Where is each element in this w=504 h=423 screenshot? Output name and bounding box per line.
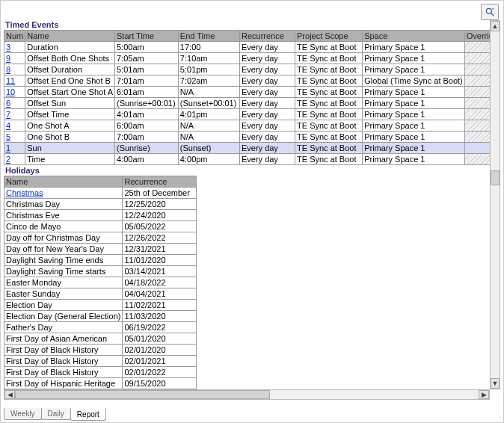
holiday-name-cell[interactable]: Daylight Saving Time starts bbox=[4, 266, 123, 277]
holiday-name-cell[interactable]: Christmas Day bbox=[4, 199, 123, 210]
table-row[interactable]: 3Duration5:00am17:00Every dayTE Sync at … bbox=[4, 42, 500, 53]
table-row[interactable]: 2Time4:00am4:00pmEvery dayTE Sync at Boo… bbox=[4, 154, 500, 165]
timed-events-recurrence-cell: Every day bbox=[239, 87, 295, 98]
table-row[interactable]: Day off for New Year's Day12/31/2021 bbox=[4, 244, 197, 255]
scroll-down-button[interactable]: ▼ bbox=[491, 378, 500, 389]
timed-events-num-cell[interactable]: 5 bbox=[4, 132, 25, 143]
timed-events-name-cell[interactable]: Offset Both One Shots bbox=[25, 53, 115, 64]
holiday-name-cell[interactable]: First Day of Asian American bbox=[4, 333, 123, 345]
holiday-name-cell[interactable]: Cinco de Mayo bbox=[4, 221, 123, 232]
holidays-table[interactable]: NameRecurrence Christmas25th of December… bbox=[4, 176, 197, 400]
table-row[interactable]: Easter Sunday04/04/2021 bbox=[4, 288, 197, 300]
timed-events-col-header[interactable]: Project Scope bbox=[295, 31, 363, 42]
timed-events-num-cell[interactable]: 3 bbox=[4, 42, 25, 53]
table-row[interactable]: 7Offset Time4:01am4:01pmEvery dayTE Sync… bbox=[4, 109, 500, 120]
hscroll-track[interactable] bbox=[15, 390, 479, 399]
timed-events-col-header[interactable]: Num bbox=[4, 31, 25, 42]
holiday-name-cell[interactable]: Day off for Christmas Day bbox=[4, 232, 123, 244]
timed-events-num-cell[interactable]: 2 bbox=[4, 154, 25, 165]
table-row[interactable]: 11Offset End One Shot B7:01am7:02amEvery… bbox=[4, 75, 500, 87]
table-row[interactable]: 9Offset Both One Shots7:05am7:10amEvery … bbox=[4, 53, 500, 64]
hscroll-thumb[interactable] bbox=[15, 390, 270, 399]
timed-events-num-cell[interactable]: 10 bbox=[4, 87, 25, 98]
timed-events-col-header[interactable]: Space bbox=[363, 31, 465, 42]
vscroll-thumb[interactable] bbox=[491, 170, 500, 185]
table-row[interactable]: Christmas25th of December bbox=[4, 188, 197, 199]
holidays-col-header[interactable]: Recurrence bbox=[123, 176, 197, 188]
timed-events-col-header[interactable]: Start Time bbox=[114, 31, 178, 42]
timed-events-name-cell[interactable]: Time bbox=[25, 154, 115, 165]
find-button[interactable] bbox=[481, 4, 499, 20]
table-row[interactable]: Easter Monday04/18/2022 bbox=[4, 277, 197, 288]
timed-events-col-header[interactable]: Recurrence bbox=[239, 31, 295, 42]
table-row[interactable]: Cinco de Mayo05/05/2022 bbox=[4, 221, 197, 232]
holiday-name-cell[interactable]: First Day of Black History bbox=[4, 345, 123, 356]
table-row[interactable]: Daylight Saving Time ends11/01/2020 bbox=[4, 255, 197, 266]
table-row[interactable]: 6Offset Sun(Sunrise+00:01)(Sunset+00:01)… bbox=[4, 98, 500, 109]
timed-events-name-cell[interactable]: One Shot A bbox=[25, 120, 115, 132]
timed-events-name-cell[interactable]: Sun bbox=[25, 143, 115, 154]
table-row[interactable]: Day off for Christmas Day12/26/2022 bbox=[4, 232, 197, 244]
timed-events-num-cell[interactable]: 4 bbox=[4, 120, 25, 132]
timed-events-name-cell[interactable]: Offset Sun bbox=[25, 98, 115, 109]
timed-events-name-cell[interactable]: Duration bbox=[25, 42, 115, 53]
tab-report[interactable]: Report bbox=[70, 408, 106, 421]
table-row[interactable]: 4One Shot A6:00amN/AEvery dayTE Sync at … bbox=[4, 120, 500, 132]
timed-events-table[interactable]: NumNameStart TimeEnd TimeRecurrenceProje… bbox=[4, 30, 500, 165]
holiday-name-cell[interactable]: Easter Sunday bbox=[4, 288, 123, 300]
holiday-name-cell[interactable]: First Day of Hispanic Heritage bbox=[4, 378, 123, 389]
timed-events-num-cell[interactable]: 7 bbox=[4, 109, 25, 120]
scroll-left-button[interactable]: ◀ bbox=[4, 390, 15, 399]
table-row[interactable]: Election Day11/02/2021 bbox=[4, 300, 197, 311]
holiday-name-cell[interactable]: Easter Monday bbox=[4, 277, 123, 288]
table-row[interactable]: 5One Shot B7:00amN/AEvery dayTE Sync at … bbox=[4, 132, 500, 143]
scroll-up-button[interactable]: ▲ bbox=[491, 21, 500, 31]
timed-events-num-cell[interactable]: 9 bbox=[4, 53, 25, 64]
timed-events-num-cell[interactable]: 6 bbox=[4, 98, 25, 109]
scroll-right-button[interactable]: ▶ bbox=[479, 390, 489, 399]
timed-events-scope-cell: TE Sync at Boot bbox=[295, 42, 363, 53]
holidays-col-header[interactable]: Name bbox=[4, 176, 123, 188]
table-row[interactable]: Christmas Day12/25/2020 bbox=[4, 199, 197, 210]
table-row[interactable]: First Day of Black History02/01/2020 bbox=[4, 345, 197, 356]
table-row[interactable]: 1Sun(Sunrise)(Sunset)Every dayTE Sync at… bbox=[4, 143, 500, 154]
holiday-name-cell[interactable]: Christmas Eve bbox=[4, 210, 123, 221]
timed-events-name-cell[interactable]: Offset Duration bbox=[25, 64, 115, 75]
holiday-name-cell[interactable]: Election Day (General Election) bbox=[4, 311, 123, 322]
timed-events-start-cell: 5:01am bbox=[114, 64, 178, 75]
table-row[interactable]: First Day of Black History02/01/2022 bbox=[4, 367, 197, 378]
timed-events-col-header[interactable]: Name bbox=[25, 31, 115, 42]
table-row[interactable]: 8Offset Duration5:01am5:01pmEvery dayTE … bbox=[4, 64, 500, 75]
holiday-name-cell[interactable]: First Day of Black History bbox=[4, 356, 123, 367]
timed-events-num-cell[interactable]: 1 bbox=[4, 143, 25, 154]
table-row[interactable]: First Day of Asian American05/01/2020 bbox=[4, 333, 197, 345]
timed-events-col-header[interactable]: End Time bbox=[178, 31, 239, 42]
table-row[interactable]: Christmas Eve12/24/2020 bbox=[4, 210, 197, 221]
vscroll-track[interactable] bbox=[491, 31, 500, 378]
table-row[interactable]: First Day of Black History02/01/2021 bbox=[4, 356, 197, 367]
holiday-name-cell[interactable]: Daylight Saving Time ends bbox=[4, 255, 123, 266]
timed-events-name-cell[interactable]: Offset Time bbox=[25, 109, 115, 120]
timed-events-name-cell[interactable]: Offset Start One Shot A bbox=[25, 87, 115, 98]
holiday-name-cell[interactable]: Father's Day bbox=[4, 322, 123, 333]
table-row[interactable]: Election Day (General Election)11/03/202… bbox=[4, 311, 197, 322]
table-row[interactable]: Father's Day06/19/2022 bbox=[4, 322, 197, 333]
holiday-name-cell[interactable]: Election Day bbox=[4, 300, 123, 311]
timed-events-recurrence-cell: Every day bbox=[239, 64, 295, 75]
horizontal-scrollbar[interactable]: ◀ ▶ bbox=[4, 389, 490, 400]
holiday-name-cell[interactable]: First Day of Black History bbox=[4, 367, 123, 378]
holiday-name-cell[interactable]: Day off for New Year's Day bbox=[4, 244, 123, 255]
svg-point-0 bbox=[486, 8, 491, 13]
tab-weekly[interactable]: Weekly bbox=[4, 408, 42, 420]
timed-events-num-cell[interactable]: 11 bbox=[4, 75, 25, 87]
table-row[interactable]: First Day of Hispanic Heritage09/15/2020 bbox=[4, 378, 197, 389]
timed-events-num-cell[interactable]: 8 bbox=[4, 64, 25, 75]
timed-events-name-cell[interactable]: Offset End One Shot B bbox=[25, 75, 115, 87]
table-row[interactable]: Daylight Saving Time starts03/14/2021 bbox=[4, 266, 197, 277]
table-row[interactable]: 10Offset Start One Shot A6:01amN/AEvery … bbox=[4, 87, 500, 98]
timed-events-end-cell: 5:01pm bbox=[178, 64, 239, 75]
timed-events-name-cell[interactable]: One Shot B bbox=[25, 132, 115, 143]
vertical-scrollbar[interactable]: ▲ ▼ bbox=[490, 20, 500, 389]
tab-daily[interactable]: Daily bbox=[41, 408, 71, 420]
holiday-name-cell[interactable]: Christmas bbox=[4, 188, 123, 199]
